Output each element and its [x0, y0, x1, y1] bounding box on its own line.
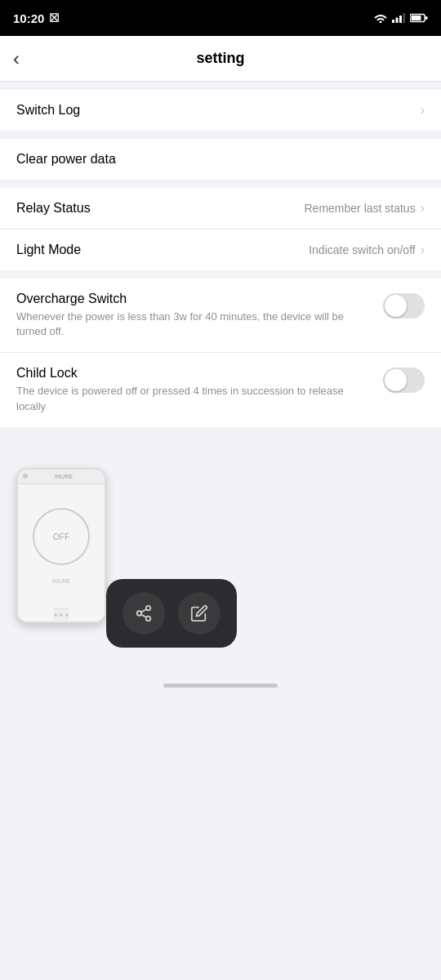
switch-log-label: Switch Log [16, 103, 80, 118]
relay-status-label: Relay Status [16, 201, 91, 216]
light-mode-value: Indicate switch on/off [309, 243, 415, 256]
battery-icon [410, 13, 428, 23]
share-icon [135, 604, 153, 622]
divider-4 [0, 270, 441, 278]
svg-line-10 [141, 614, 146, 617]
chevron-icon: › [421, 103, 425, 118]
back-button[interactable]: ‹ [13, 47, 20, 70]
bottom-area: INURE OFF INURE [0, 443, 441, 672]
child-lock-item: Child Lock The device is powered off or … [0, 353, 441, 426]
svg-rect-5 [412, 16, 421, 20]
relay-status-right: Remember last status › [305, 201, 425, 216]
status-bar: 10:20 ☒ [0, 0, 441, 36]
light-mode-chevron-icon: › [421, 243, 425, 257]
divider-2 [0, 131, 441, 139]
light-mode-right: Indicate switch on/off › [309, 243, 425, 257]
divider-1 [0, 82, 441, 90]
light-mode-item[interactable]: Light Mode Indicate switch on/off › [0, 229, 441, 270]
child-lock-text: Child Lock The device is powered off or … [16, 366, 383, 413]
settings-group-2: Clear power data [0, 139, 441, 180]
child-lock-desc: The device is powered off or pressed 4 t… [16, 384, 370, 413]
child-lock-toggle-container [383, 366, 425, 393]
svg-rect-3 [403, 13, 406, 23]
header: ‹ setting [0, 36, 441, 82]
task-icon: ☒ [49, 11, 60, 24]
relay-status-value: Remember last status [305, 202, 416, 215]
svg-rect-2 [399, 16, 402, 23]
overcharge-desc: Whenever the power is less than 3w for 4… [16, 310, 370, 339]
phone-screen: INURE OFF INURE [18, 470, 105, 621]
child-lock-toggle-knob [385, 369, 407, 391]
home-indicator [0, 672, 441, 700]
float-action-container [106, 579, 237, 648]
clear-power-data-label: Clear power data [16, 152, 116, 167]
settings-group-3: Relay Status Remember last status › Ligh… [0, 188, 441, 270]
home-indicator-bar [163, 684, 278, 688]
divider-3 [0, 180, 441, 188]
svg-rect-0 [392, 20, 394, 23]
settings-group-1: Switch Log › [0, 90, 441, 131]
svg-rect-1 [396, 18, 399, 24]
phone-off-label: OFF [33, 508, 90, 565]
signal-icon [392, 13, 405, 23]
child-lock-label: Child Lock [16, 366, 370, 381]
light-mode-label: Light Mode [16, 243, 81, 257]
page-title: setting [196, 50, 244, 67]
relay-status-item[interactable]: Relay Status Remember last status › [0, 188, 441, 229]
switch-log-right: › [421, 103, 425, 118]
overcharge-label: Overcharge Switch [16, 292, 370, 306]
overcharge-toggle-knob [385, 295, 407, 317]
child-lock-toggle[interactable] [383, 368, 425, 393]
overcharge-text: Overcharge Switch Whenever the power is … [16, 292, 383, 339]
svg-line-11 [141, 609, 146, 612]
overcharge-toggle-container [383, 292, 425, 318]
relay-chevron-icon: › [421, 201, 425, 216]
clear-power-data-item[interactable]: Clear power data [0, 139, 441, 180]
settings-group-4: Overcharge Switch Whenever the power is … [0, 278, 441, 427]
edit-icon [190, 604, 208, 622]
share-button[interactable] [122, 592, 165, 635]
overcharge-switch-item: Overcharge Switch Whenever the power is … [0, 278, 441, 353]
phone-thumbnail: INURE OFF INURE [16, 468, 106, 623]
overcharge-toggle[interactable] [383, 293, 425, 318]
wifi-icon [374, 13, 387, 23]
status-time: 10:20 [13, 11, 44, 25]
edit-button[interactable] [178, 592, 220, 635]
switch-log-item[interactable]: Switch Log › [0, 90, 441, 131]
svg-rect-6 [425, 16, 428, 20]
